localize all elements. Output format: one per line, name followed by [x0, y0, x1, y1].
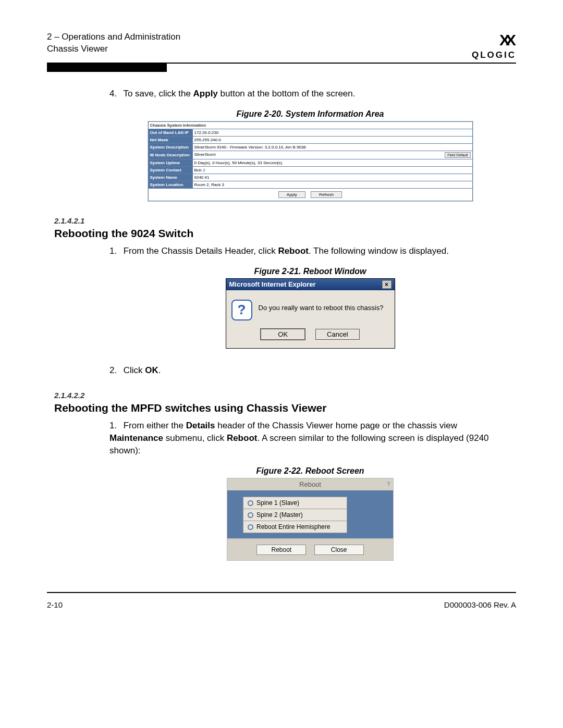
t1: From either the: [124, 421, 186, 430]
step-number: 4.: [109, 88, 121, 100]
sysinfo-value[interactable]: 9240 #1: [192, 174, 472, 181]
sysinfo-label: System Location: [148, 181, 192, 188]
header-text: 2 – Operations and Administration Chassi…: [47, 31, 180, 55]
sysinfo-value[interactable]: 172.26.0.230: [192, 129, 472, 136]
reboot-option-label: Reboot Entire Hemisphere: [256, 523, 330, 530]
radio-icon: [248, 512, 253, 518]
close-icon[interactable]: ×: [382, 280, 391, 289]
help-icon[interactable]: ?: [387, 481, 390, 487]
b1: Details: [186, 421, 215, 430]
figure-21-caption: Figure 2-21. Reboot Window: [109, 267, 511, 276]
refresh-button[interactable]: Refresh: [311, 191, 342, 198]
step4-pre: To save, click the: [123, 89, 193, 98]
sec2-step1: 1. From either the Details header of the…: [109, 419, 511, 456]
sysinfo-value[interactable]: SilverStorm 9240 - Firmware Version: 3.2…: [192, 143, 472, 151]
b2: Maintenance: [109, 433, 163, 443]
doc-revision: D000003-006 Rev. A: [444, 600, 516, 609]
t2: header of the Chassis Viewer home page o…: [215, 421, 457, 430]
ok-button[interactable]: OK: [261, 329, 305, 340]
step-number: 1.: [109, 419, 121, 432]
reboot-title: Reboot ?: [227, 478, 393, 491]
step-4: 4. To save, click the Apply button at th…: [109, 88, 511, 100]
figure-22-caption: Figure 2-22. Reboot Screen: [109, 466, 511, 476]
sysinfo-label: System Name: [148, 174, 192, 181]
sec1-step2: 2. Click OK.: [109, 364, 511, 377]
step-number: 2.: [109, 364, 121, 377]
logo-text: QLOGIC: [472, 50, 516, 60]
reboot-button[interactable]: Reboot: [256, 545, 306, 555]
sysinfo-value[interactable]: SilverStormField Default: [192, 151, 472, 159]
step4-post: button at the bottom of the screen.: [218, 89, 356, 98]
sec1-step1: 1. From the Chassis Details Header, clic…: [109, 245, 511, 257]
section-number-1: 2.1.4.2.1: [54, 216, 516, 225]
sysinfo-label: System Contact: [148, 166, 192, 174]
reboot-dialog: Microsoft Internet Explorer × ? Do you r…: [226, 278, 395, 349]
radio-icon: [248, 524, 253, 530]
sec1s1-pre: From the Chassis Details Header, click: [124, 246, 278, 256]
sysinfo-label: Net Mask: [148, 136, 192, 143]
radio-icon: [248, 500, 253, 506]
dialog-title-text: Microsoft Internet Explorer: [229, 280, 316, 288]
reboot-option-label: Spine 1 (Slave): [256, 499, 299, 507]
step-number: 1.: [109, 245, 121, 257]
reboot-title-text: Reboot: [299, 480, 321, 488]
sysinfo-button-row: Apply Refresh: [148, 189, 473, 201]
page-number: 2-10: [47, 600, 63, 609]
question-icon: ?: [231, 300, 252, 320]
sec1s2-post: .: [158, 365, 161, 375]
sec1s1-post: . The following window is displayed.: [309, 246, 449, 256]
system-information-panel: Chassis System Information Out of Band L…: [148, 121, 473, 202]
apply-button[interactable]: Apply: [278, 191, 305, 198]
sysinfo-value[interactable]: Bob J: [192, 166, 472, 174]
t3: submenu, click: [163, 433, 227, 443]
b3: Reboot: [227, 433, 258, 443]
sec1s2-bold: OK: [145, 365, 158, 375]
sysinfo-title: Chassis System Information: [148, 121, 473, 129]
sec1s1-bold: Reboot: [278, 246, 309, 256]
dialog-message: Do you really want to reboot this chassi…: [259, 300, 384, 312]
sysinfo-table: Out of Band LAN IP172.26.0.230 Net Mask2…: [148, 129, 473, 189]
sysinfo-label: System Description: [148, 143, 192, 151]
step4-bold: Apply: [193, 89, 218, 98]
reboot-option[interactable]: Reboot Entire Hemisphere: [243, 521, 347, 533]
section-number-2: 2.1.4.2.2: [54, 391, 516, 400]
sysinfo-label: Out of Band LAN IP: [148, 129, 192, 136]
header-black-bar: [47, 63, 167, 72]
sysinfo-label: System Uptime: [148, 159, 192, 166]
logo-icon: XX: [472, 31, 516, 49]
sysinfo-label: IB Node Description: [148, 151, 192, 159]
sec1s2-pre: Click: [124, 365, 145, 375]
reboot-option-label: Spine 2 (Master): [256, 511, 303, 519]
footer-rule: [47, 592, 516, 593]
reboot-screen: Reboot ? Spine 1 (Slave) Spine 2 (Master…: [227, 478, 394, 561]
section-title-2: Rebooting the MPFD switches using Chassi…: [54, 402, 516, 414]
sysinfo-value[interactable]: Room 2, Rack 3: [192, 181, 472, 188]
field-default-button[interactable]: Field Default: [445, 152, 470, 158]
header-line2: Chassis Viewer: [47, 43, 180, 55]
sysinfo-value[interactable]: 255.255.240.0: [192, 136, 472, 143]
close-button[interactable]: Close: [314, 545, 364, 555]
logo: XX QLOGIC: [472, 31, 516, 60]
reboot-body: Spine 1 (Slave) Spine 2 (Master) Reboot …: [227, 491, 393, 538]
section-title-1: Rebooting the 9024 Switch: [54, 227, 516, 240]
reboot-option[interactable]: Spine 2 (Master): [243, 509, 347, 521]
figure-20-caption: Figure 2-20. System Information Area: [109, 109, 511, 119]
header-line1: 2 – Operations and Administration: [47, 31, 180, 43]
cancel-button[interactable]: Cancel: [315, 329, 360, 340]
reboot-option[interactable]: Spine 1 (Slave): [243, 497, 347, 509]
sysinfo-value: 0 Day(s), 0 Hour(s), 50 Minute(s), 33 Se…: [192, 159, 472, 166]
dialog-titlebar: Microsoft Internet Explorer ×: [226, 279, 395, 290]
